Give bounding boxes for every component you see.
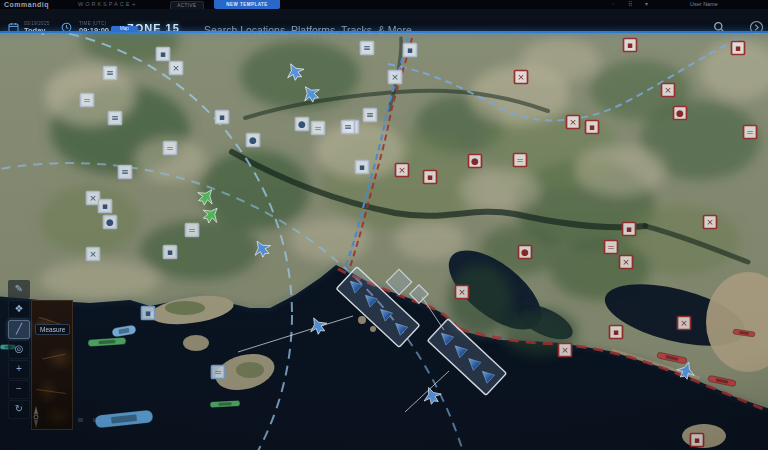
reset-tool-button[interactable]: ↻ bbox=[8, 400, 30, 419]
unit-marker-friendly[interactable]: × bbox=[170, 62, 183, 75]
unit-symbol: ▪ bbox=[626, 224, 632, 234]
unit-marker-hostile[interactable]: ▪ bbox=[424, 171, 437, 184]
map-tab[interactable]: Map bbox=[111, 26, 138, 32]
unit-symbol: ▪ bbox=[160, 49, 166, 59]
unit-marker-friendly[interactable]: ≡ bbox=[109, 112, 122, 125]
unit-marker-friendly[interactable]: × bbox=[389, 71, 402, 84]
unit-marker-hostile[interactable]: × bbox=[620, 256, 633, 269]
unit-symbol: ▪ bbox=[102, 201, 108, 211]
draw-tool-button[interactable]: ✎ bbox=[8, 280, 30, 299]
unit-marker-hostile[interactable]: × bbox=[678, 317, 691, 330]
unit-marker-friendly[interactable]: ▪ bbox=[216, 111, 229, 124]
unit-symbol: = bbox=[607, 242, 615, 252]
unit-symbol: ▪ bbox=[167, 247, 173, 257]
unit-marker-hostile[interactable]: ▪ bbox=[623, 223, 636, 236]
unit-marker-hostile[interactable]: ▪ bbox=[610, 326, 623, 339]
unit-marker-hostile[interactable]: × bbox=[662, 84, 675, 97]
unit-marker-hostile[interactable]: ● bbox=[674, 107, 687, 120]
unit-marker-hostile[interactable]: = bbox=[605, 241, 618, 254]
title-bar: Commandiq WORKSPACE + ACTIVE NEW TEMPLAT… bbox=[0, 0, 768, 9]
map-area[interactable]: ≡▪×=≡▪●=≡×▪●=×▪≡▪×≡=▪●=≡×▪×●=×▪×▪=×●×▪●×… bbox=[0, 0, 768, 450]
unit-marker-friendly[interactable]: ● bbox=[104, 216, 117, 229]
apps-grid-icon[interactable]: ⠿ bbox=[628, 0, 632, 9]
unit-marker-friendly[interactable]: ▪ bbox=[157, 48, 170, 61]
unit-symbol: = bbox=[314, 123, 322, 133]
unit-marker-friendly[interactable]: = bbox=[186, 224, 199, 237]
unit-marker-hostile[interactable]: ▪ bbox=[691, 434, 704, 447]
unit-marker-friendly[interactable]: ● bbox=[247, 134, 260, 147]
unit-symbol: × bbox=[664, 85, 672, 95]
unit-marker-naval[interactable]: ▪ bbox=[142, 307, 155, 320]
unit-symbol: × bbox=[569, 117, 577, 127]
unit-marker-hostile[interactable]: = bbox=[744, 126, 757, 139]
map-toolbar: ✎❖╱◎+−↻ bbox=[8, 280, 30, 419]
unit-symbol: ▪ bbox=[219, 112, 225, 122]
unit-symbol: × bbox=[561, 345, 569, 355]
unit-marker-hostile[interactable]: × bbox=[396, 164, 409, 177]
unit-marker-hostile[interactable]: ▪ bbox=[732, 42, 745, 55]
unit-marker-hostile[interactable]: × bbox=[559, 344, 572, 357]
unit-symbol: ≡ bbox=[121, 167, 129, 177]
unit-marker-friendly[interactable]: ≡ bbox=[119, 166, 132, 179]
unit-symbol: × bbox=[398, 165, 406, 175]
zoom-out-tool-button[interactable]: − bbox=[8, 380, 30, 399]
unit-marker-friendly[interactable]: ▪ bbox=[356, 161, 369, 174]
unit-marker-hostile[interactable]: ● bbox=[469, 155, 482, 168]
unit-symbol: ● bbox=[298, 119, 306, 129]
unit-marker-friendly[interactable]: ● bbox=[296, 118, 309, 131]
unit-symbol: × bbox=[706, 217, 714, 227]
search-input[interactable] bbox=[202, 21, 506, 39]
unit-symbol: × bbox=[680, 318, 688, 328]
unit-symbol: ▪ bbox=[627, 40, 633, 50]
map-canvas[interactable]: ≡▪×=≡▪●=≡×▪●=×▪≡▪×≡=▪●=≡×▪×●=×▪×▪=×●×▪●×… bbox=[0, 0, 768, 450]
add-workspace-button[interactable]: + bbox=[132, 0, 136, 9]
unit-symbol: ● bbox=[249, 135, 257, 145]
unit-symbol: ≡ bbox=[111, 113, 119, 123]
unit-marker-friendly[interactable]: ▪ bbox=[164, 246, 177, 259]
unit-marker-friendly[interactable]: ▪ bbox=[404, 44, 417, 57]
measure-tool-button[interactable]: ╱ bbox=[8, 320, 30, 339]
unit-symbol: ▪ bbox=[735, 43, 741, 53]
unit-marker-friendly[interactable]: × bbox=[87, 248, 100, 261]
unit-symbol: ▪ bbox=[589, 122, 595, 132]
unit-marker-friendly[interactable]: ≡ bbox=[361, 42, 374, 55]
locate-tool-button[interactable]: ◎ bbox=[8, 340, 30, 359]
unit-marker-hostile[interactable]: ● bbox=[519, 246, 532, 259]
unit-marker-friendly[interactable]: ≡ bbox=[364, 109, 377, 122]
unit-marker-friendly[interactable]: = bbox=[164, 142, 177, 155]
unit-symbol: = bbox=[746, 127, 754, 137]
zoom-in-tool-button[interactable]: + bbox=[8, 360, 30, 379]
unit-symbol: × bbox=[89, 249, 97, 259]
unit-marker-naval[interactable]: = bbox=[212, 366, 225, 379]
command-map-app: ≡▪×=≡▪●=≡×▪●=×▪≡▪×≡=▪●=≡×▪×●=×▪×▪=×●×▪●×… bbox=[0, 0, 768, 450]
unit-symbol: = bbox=[83, 95, 91, 105]
user-menu[interactable]: User Name bbox=[690, 0, 718, 9]
unit-marker-friendly[interactable]: = bbox=[81, 94, 94, 107]
unit-marker-friendly[interactable]: ≡ bbox=[342, 121, 355, 134]
unit-marker-hostile[interactable]: ▪ bbox=[586, 121, 599, 134]
chevron-down-icon[interactable]: ▾ bbox=[645, 0, 648, 9]
unit-symbol: ▪ bbox=[359, 162, 365, 172]
unit-symbol: = bbox=[516, 155, 524, 165]
unit-symbol: × bbox=[458, 287, 466, 297]
ship-track[interactable] bbox=[210, 400, 240, 408]
unit-marker-hostile[interactable]: × bbox=[456, 286, 469, 299]
minimap-road bbox=[36, 389, 66, 394]
unit-marker-hostile[interactable]: ▪ bbox=[624, 39, 637, 52]
unit-symbol: ● bbox=[521, 247, 529, 257]
unit-marker-hostile[interactable]: = bbox=[514, 154, 527, 167]
shapes-tool-button[interactable]: ❖ bbox=[8, 300, 30, 319]
unit-marker-friendly[interactable]: ▪ bbox=[99, 200, 112, 213]
unit-marker-friendly[interactable]: = bbox=[312, 122, 325, 135]
unit-marker-hostile[interactable]: × bbox=[515, 71, 528, 84]
bell-icon[interactable]: ◦ bbox=[612, 0, 614, 9]
unit-marker-hostile[interactable]: × bbox=[704, 216, 717, 229]
unit-symbol: = bbox=[188, 225, 196, 235]
unit-marker-friendly[interactable]: ≡ bbox=[104, 67, 117, 80]
unit-marker-hostile[interactable]: × bbox=[567, 116, 580, 129]
unit-symbol: ▪ bbox=[427, 172, 433, 182]
workspace-tab[interactable]: WORKSPACE bbox=[78, 0, 131, 9]
new-template-button[interactable]: NEW TEMPLATE bbox=[214, 0, 280, 9]
unit-symbol: = bbox=[214, 367, 222, 377]
unit-marker-friendly[interactable]: × bbox=[87, 192, 100, 205]
